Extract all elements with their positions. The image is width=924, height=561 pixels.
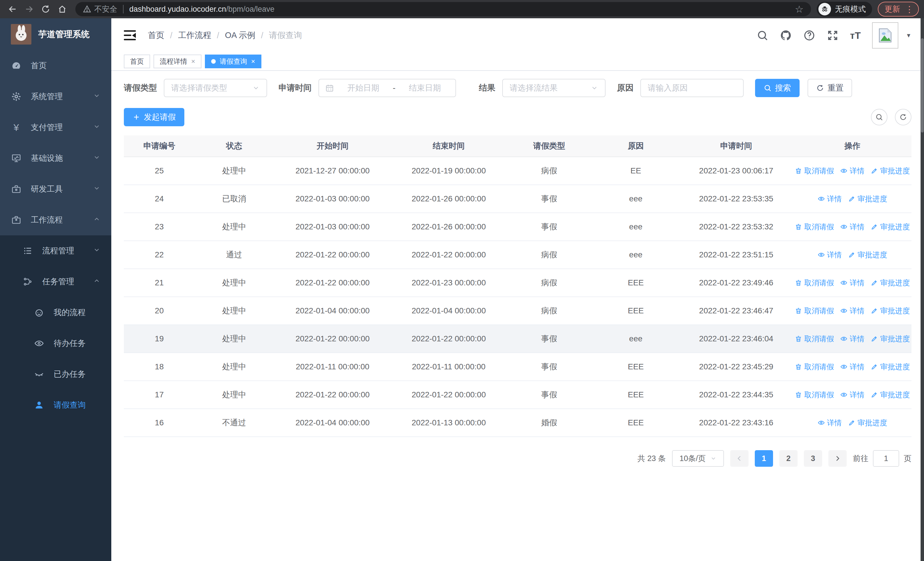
close-icon[interactable]: ×	[251, 57, 255, 65]
help-icon[interactable]	[803, 29, 815, 41]
browser-menu-icon[interactable]: ⋮	[905, 4, 914, 14]
row-action-progress[interactable]: 审批进度	[871, 222, 910, 232]
row-action-progress[interactable]: 审批进度	[871, 390, 910, 400]
search-icon[interactable]	[756, 29, 768, 41]
refresh-table-button[interactable]	[895, 109, 912, 125]
row-action-detail[interactable]: 详情	[840, 334, 864, 344]
sidebar-item-leave-query[interactable]: 请假查询	[0, 390, 111, 420]
browser-reload-button[interactable]	[38, 2, 53, 17]
prev-page-button[interactable]	[730, 450, 748, 467]
sidebar-item-done-tasks[interactable]: 已办任务	[0, 359, 111, 390]
row-action-detail[interactable]: 详情	[840, 278, 864, 288]
eye-icon	[840, 279, 848, 286]
close-icon[interactable]: ×	[191, 57, 195, 65]
sidebar-item-system[interactable]: 系统管理	[0, 81, 111, 112]
sidebar-item-payment[interactable]: ¥ 支付管理	[0, 112, 111, 143]
toggle-search-button[interactable]	[871, 109, 888, 125]
cell-reason: eee	[592, 222, 679, 232]
not-secure-warning[interactable]: 不安全	[83, 4, 117, 14]
goto-page-input[interactable]	[873, 450, 899, 467]
row-action-detail[interactable]: 详情	[840, 362, 864, 372]
next-page-button[interactable]	[828, 450, 847, 467]
search-button[interactable]: 搜索	[755, 79, 800, 97]
row-action-cancel[interactable]: 取消请假	[795, 390, 834, 400]
font-size-icon[interactable]: тT	[850, 30, 861, 41]
row-action-progress[interactable]: 审批进度	[848, 194, 887, 204]
page-button-2[interactable]: 2	[779, 450, 798, 467]
sidebar-item-my-process[interactable]: 我的流程	[0, 297, 111, 328]
total-count: 共 23 条	[638, 453, 666, 463]
reset-button[interactable]: 重置	[808, 79, 852, 97]
row-action-detail[interactable]: 详情	[818, 194, 842, 204]
cell-status: 已取消	[195, 193, 273, 204]
sidebar-item-devtools[interactable]: 研发工具	[0, 174, 111, 205]
edit-icon	[848, 419, 855, 426]
cell-applied: 2022-01-22 23:49:46	[679, 278, 793, 287]
browser-update-button[interactable]: 更新 ⋮	[878, 2, 919, 17]
scrollbar-thumb[interactable]	[921, 38, 924, 132]
url-path: /bpm/oa/leave	[226, 5, 274, 14]
page-button-3[interactable]: 3	[804, 450, 822, 467]
tab-leave-query[interactable]: 请假查询 ×	[205, 54, 261, 68]
page-button-1[interactable]: 1	[755, 450, 773, 467]
sidebar-item-infra[interactable]: 基础设施	[0, 143, 111, 174]
row-action-progress[interactable]: 审批进度	[871, 334, 910, 344]
sidebar-item-home[interactable]: 首页	[0, 50, 111, 81]
row-action-progress[interactable]: 审批进度	[871, 166, 910, 176]
row-action-progress[interactable]: 审批进度	[848, 418, 887, 428]
sidebar-item-workflow[interactable]: 工作流程	[0, 205, 111, 235]
page-content: 请假类型 请选择请假类型 申请时间 开始日期 - 结束日期 结果	[111, 71, 924, 561]
row-action-detail[interactable]: 详情	[818, 250, 842, 260]
row-action-progress[interactable]: 审批进度	[871, 362, 910, 372]
row-action-cancel[interactable]: 取消请假	[795, 362, 834, 372]
row-action-progress[interactable]: 审批进度	[848, 250, 887, 260]
row-action-detail[interactable]: 详情	[840, 390, 864, 400]
row-action-detail[interactable]: 详情	[840, 166, 864, 176]
sidebar-item-todo-tasks[interactable]: 待办任务	[0, 328, 111, 359]
row-action-cancel[interactable]: 取消请假	[795, 166, 834, 176]
cell-id: 25	[124, 166, 195, 175]
apply-time-range-picker[interactable]: 开始日期 - 结束日期	[318, 79, 456, 97]
github-icon[interactable]	[780, 29, 792, 41]
row-action-detail[interactable]: 详情	[818, 418, 842, 428]
create-leave-button[interactable]: 发起请假	[124, 108, 184, 126]
breadcrumb-workflow[interactable]: 工作流程	[178, 30, 211, 41]
breadcrumb-home[interactable]: 首页	[148, 30, 164, 41]
row-action-cancel[interactable]: 取消请假	[795, 222, 834, 232]
chevron-right-icon	[834, 455, 841, 462]
cell-actions: 取消请假详情审批进度	[793, 278, 912, 288]
row-action-detail[interactable]: 详情	[840, 222, 864, 232]
fullscreen-icon[interactable]	[827, 29, 838, 41]
tab-home[interactable]: 首页	[124, 54, 150, 68]
avatar-caret-icon[interactable]: ▼	[906, 32, 912, 39]
cell-applied: 2022-01-22 23:51:15	[679, 250, 793, 259]
tab-process-detail[interactable]: 流程详情 ×	[153, 54, 201, 68]
cell-end: 2022-01-19 00:00:00	[392, 166, 506, 175]
table-row: 19处理中2022-01-22 00:00:002022-01-22 00:00…	[124, 325, 912, 353]
leave-type-select[interactable]: 请选择请假类型	[164, 79, 267, 97]
user-avatar-broken-image[interactable]	[872, 22, 898, 48]
sidebar-item-process-mgmt[interactable]: 流程管理	[0, 235, 111, 266]
result-select[interactable]: 请选择流结果	[502, 79, 606, 97]
browser-scrollbar[interactable]	[921, 18, 924, 561]
sidebar-logo[interactable]: 芋道管理系统	[0, 18, 111, 50]
row-action-cancel[interactable]: 取消请假	[795, 334, 834, 344]
eye-icon	[840, 335, 848, 343]
row-action-progress[interactable]: 审批进度	[871, 278, 910, 288]
arrow-right-icon	[24, 5, 34, 14]
address-bar[interactable]: 不安全 dashboard.yudao.iocoder.cn/bpm/oa/le…	[75, 2, 811, 16]
sidebar-collapse-icon[interactable]	[124, 30, 136, 41]
reason-input[interactable]	[640, 79, 744, 97]
browser-home-button[interactable]	[55, 2, 70, 17]
sidebar-item-task-mgmt[interactable]: 任务管理	[0, 266, 111, 297]
breadcrumb-oa: OA 示例	[225, 30, 255, 41]
browser-forward-button[interactable]	[22, 2, 36, 17]
row-action-progress[interactable]: 审批进度	[871, 306, 910, 316]
browser-back-button[interactable]	[5, 2, 20, 17]
row-action-cancel[interactable]: 取消请假	[795, 306, 834, 316]
row-action-cancel[interactable]: 取消请假	[795, 278, 834, 288]
page-size-select[interactable]: 10条/页	[672, 450, 724, 467]
bookmark-star-icon[interactable]: ☆	[795, 3, 804, 15]
row-action-detail[interactable]: 详情	[840, 306, 864, 316]
sidebar: 芋道管理系统 首页 系统管理 ¥ 支付管	[0, 18, 111, 561]
